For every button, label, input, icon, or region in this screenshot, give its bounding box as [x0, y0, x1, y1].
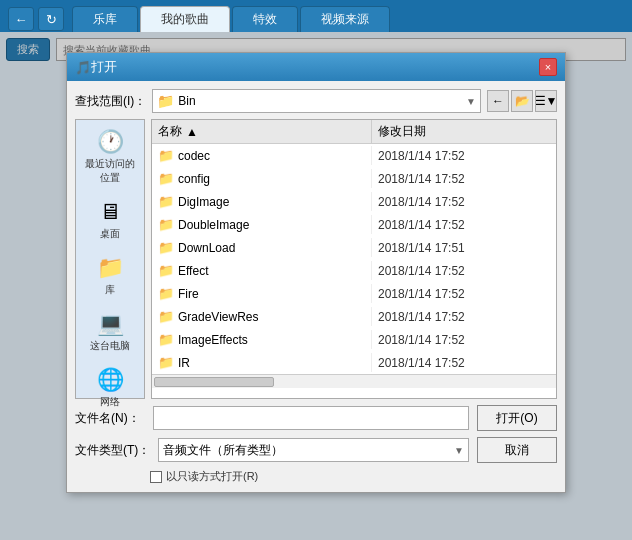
filetype-combo-text: 音频文件（所有类型）	[163, 442, 454, 459]
toolbar-icons: ← 📂 ☰▼	[487, 90, 557, 112]
top-bar: ← ↻ 乐库 我的歌曲 特效 视频来源	[0, 0, 632, 32]
file-cell-name: 📁 GradeViewRes	[152, 307, 372, 326]
sidebar-nav: 🕐 最近访问的位置 🖥 桌面 📁 库	[75, 119, 145, 399]
dialog-titlebar: 🎵 打开 ×	[67, 53, 565, 81]
table-row[interactable]: 📁 ImageEffects 2018/1/14 17:52	[152, 328, 556, 351]
dialog-close-button[interactable]: ×	[539, 58, 557, 76]
folder-icon-sm: 📁	[158, 240, 174, 255]
table-row[interactable]: 📁 Fire 2018/1/14 17:52	[152, 282, 556, 305]
folder-icon-sm: 📁	[158, 217, 174, 232]
tab-effects[interactable]: 特效	[232, 6, 298, 32]
network-icon: 🌐	[97, 367, 124, 393]
nav-label-this-pc: 这台电脑	[90, 339, 130, 353]
content-area: 搜索 🎵 打开 × 查找范围(I)： 📁	[0, 32, 632, 540]
table-row[interactable]: 📁 DigImage 2018/1/14 17:52	[152, 190, 556, 213]
col-name-header: 名称 ▲	[152, 120, 372, 143]
file-name: DownLoad	[178, 241, 235, 255]
file-cell-date: 2018/1/14 17:52	[372, 331, 556, 349]
file-name: ImageEffects	[178, 333, 248, 347]
file-cell-name: 📁 config	[152, 169, 372, 188]
file-cell-date: 2018/1/14 17:52	[372, 285, 556, 303]
file-cell-date: 2018/1/14 17:52	[372, 170, 556, 188]
file-cell-name: 📁 Fire	[152, 284, 372, 303]
folder-icon-sm: 📁	[158, 148, 174, 163]
table-row[interactable]: 📁 GradeViewRes 2018/1/14 17:52	[152, 305, 556, 328]
view-options-btn[interactable]: ☰▼	[535, 90, 557, 112]
file-list[interactable]: 名称 ▲ 修改日期 📁 codec 2018/1/14 17:52 📁 conf…	[151, 119, 557, 399]
filetype-arrow-icon: ▼	[454, 445, 464, 456]
folder-icon: 📁	[157, 93, 174, 109]
file-cell-name: 📁 codec	[152, 146, 372, 165]
file-name: DoubleImage	[178, 218, 249, 232]
look-in-label: 查找范围(I)：	[75, 93, 146, 110]
table-row[interactable]: 📁 config 2018/1/14 17:52	[152, 167, 556, 190]
file-cell-name: 📁 Effect	[152, 261, 372, 280]
file-cell-date: 2018/1/14 17:52	[372, 216, 556, 234]
nav-item-recent[interactable]: 🕐 最近访问的位置	[78, 126, 142, 188]
filetype-row: 文件类型(T)： 音频文件（所有类型） ▼ 取消	[75, 437, 557, 463]
file-name: GradeViewRes	[178, 310, 258, 324]
table-row[interactable]: 📁 DownLoad 2018/1/14 17:51	[152, 236, 556, 259]
hscroll-area[interactable]	[152, 374, 556, 388]
file-cell-date: 2018/1/14 17:52	[372, 354, 556, 372]
refresh-button[interactable]: ↻	[38, 7, 64, 31]
file-name: Fire	[178, 287, 199, 301]
nav-item-library[interactable]: 📁 库	[94, 252, 127, 300]
dialog-title-text: 打开	[91, 58, 117, 76]
dialog-title-icon: 🎵	[75, 60, 91, 75]
combo-arrow-icon: ▼	[466, 96, 476, 107]
this-pc-icon: 💻	[97, 311, 124, 337]
file-name: Effect	[178, 264, 208, 278]
file-cell-name: 📁 DownLoad	[152, 238, 372, 257]
file-cell-date: 2018/1/14 17:52	[372, 308, 556, 326]
nav-item-desktop[interactable]: 🖥 桌面	[96, 196, 124, 244]
recent-icon: 🕐	[97, 129, 124, 155]
folder-icon-sm: 📁	[158, 286, 174, 301]
table-row[interactable]: 📁 DoubleImage 2018/1/14 17:52	[152, 213, 556, 236]
table-row[interactable]: 📁 Effect 2018/1/14 17:52	[152, 259, 556, 282]
app-window: ← ↻ 乐库 我的歌曲 特效 视频来源 搜索 🎵 打开 ×	[0, 0, 632, 540]
file-cell-name: 📁 ImageEffects	[152, 330, 372, 349]
tab-my-songs[interactable]: 我的歌曲	[140, 6, 230, 32]
look-in-text: Bin	[178, 94, 462, 108]
readonly-row: 以只读方式打开(R)	[75, 469, 557, 484]
table-row[interactable]: 📁 IR 2018/1/14 17:52	[152, 351, 556, 374]
new-folder-icon-btn[interactable]: 📂	[511, 90, 533, 112]
hscroll-thumb[interactable]	[154, 377, 274, 387]
tab-video-source[interactable]: 视频来源	[300, 6, 390, 32]
nav-label-desktop: 桌面	[100, 227, 120, 241]
readonly-checkbox[interactable]	[150, 471, 162, 483]
look-in-row: 查找范围(I)： 📁 Bin ▼ ← 📂 ☰▼	[75, 89, 557, 113]
back-button[interactable]: ←	[8, 7, 34, 31]
file-name: IR	[178, 356, 190, 370]
nav-label-library: 库	[105, 283, 115, 297]
file-list-container: 🕐 最近访问的位置 🖥 桌面 📁 库	[75, 119, 557, 399]
open-button[interactable]: 打开(O)	[477, 405, 557, 431]
filetype-combo[interactable]: 音频文件（所有类型） ▼	[158, 438, 469, 462]
cancel-button[interactable]: 取消	[477, 437, 557, 463]
file-cell-name: 📁 DigImage	[152, 192, 372, 211]
file-rows-container: 📁 codec 2018/1/14 17:52 📁 config 2018/1/…	[152, 144, 556, 374]
nav-back-icon-btn[interactable]: ←	[487, 90, 509, 112]
filename-input[interactable]	[153, 406, 469, 430]
filename-label: 文件名(N)：	[75, 410, 145, 427]
file-name: codec	[178, 149, 210, 163]
file-cell-date: 2018/1/14 17:52	[372, 147, 556, 165]
library-icon: 📁	[97, 255, 124, 281]
tab-library[interactable]: 乐库	[72, 6, 138, 32]
file-cell-name: 📁 IR	[152, 353, 372, 372]
folder-icon-sm: 📁	[158, 194, 174, 209]
dialog-overlay: 🎵 打开 × 查找范围(I)： 📁 Bin ▼	[0, 32, 632, 540]
file-name: DigImage	[178, 195, 229, 209]
folder-icon-sm: 📁	[158, 355, 174, 370]
folder-icon-sm: 📁	[158, 263, 174, 278]
file-name: config	[178, 172, 210, 186]
nav-item-this-pc[interactable]: 💻 这台电脑	[87, 308, 133, 356]
look-in-combo[interactable]: 📁 Bin ▼	[152, 89, 481, 113]
file-list-header: 名称 ▲ 修改日期	[152, 120, 556, 144]
dialog-body: 查找范围(I)： 📁 Bin ▼ ← 📂 ☰▼	[67, 81, 565, 492]
col-date-header: 修改日期	[372, 120, 556, 143]
filetype-label: 文件类型(T)：	[75, 442, 150, 459]
table-row[interactable]: 📁 codec 2018/1/14 17:52	[152, 144, 556, 167]
nav-label-recent: 最近访问的位置	[81, 157, 139, 185]
